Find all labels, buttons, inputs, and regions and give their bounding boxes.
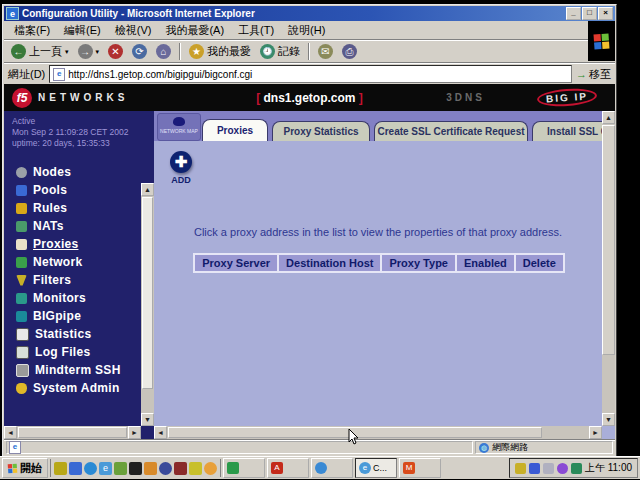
scrollbar-thumb[interactable] (142, 197, 153, 389)
quick-launch-icon[interactable] (204, 462, 217, 475)
tray-icon[interactable] (557, 463, 568, 474)
menu-edit[interactable]: 編輯(E) (58, 22, 107, 39)
scrollbar-thumb[interactable] (18, 427, 127, 438)
sidebar-item-statistics[interactable]: Statistics (4, 325, 154, 343)
product-3dns-link[interactable]: 3DNS (446, 92, 485, 103)
close-button[interactable]: × (598, 7, 613, 20)
scroll-up-icon[interactable]: ▲ (141, 183, 154, 196)
stop-button[interactable]: ✕ (105, 43, 126, 60)
sidebar-item-mindterm-ssh[interactable]: Mindterm SSH (4, 361, 154, 379)
quick-launch-icon[interactable] (54, 462, 67, 475)
column-header-delete[interactable]: Delete (514, 253, 565, 273)
taskbar-app-button[interactable] (311, 458, 353, 478)
scroll-up-icon[interactable]: ▲ (602, 111, 615, 124)
print-button[interactable]: ⎙ (339, 43, 360, 60)
start-button[interactable]: 開始 (2, 458, 48, 478)
address-label: 網址(D) (8, 67, 45, 82)
forward-button[interactable]: → ▾ (75, 43, 103, 60)
scroll-left-icon[interactable]: ◄ (154, 426, 167, 439)
back-button[interactable]: ← 上一頁 ▾ (8, 43, 72, 60)
add-proxy-control[interactable]: ✚ ADD (170, 151, 192, 185)
quick-launch-icon[interactable] (159, 462, 172, 475)
quick-launch-icon[interactable] (174, 462, 187, 475)
column-header-enabled[interactable]: Enabled (455, 253, 516, 273)
sidebar-item-filters[interactable]: Filters (4, 271, 154, 289)
main-vertical-scrollbar[interactable]: ▲ ▼ (602, 111, 615, 426)
scroll-right-icon[interactable]: ► (128, 426, 141, 439)
sidebar-horizontal-scrollbar[interactable]: ◄ ► (4, 426, 141, 439)
back-dropdown-icon[interactable]: ▾ (65, 48, 69, 56)
taskbar-app-button-active[interactable]: e C... (355, 458, 397, 478)
tray-icon[interactable] (543, 463, 554, 474)
menu-tools[interactable]: 工具(T) (232, 22, 280, 39)
add-icon[interactable]: ✚ (170, 151, 192, 173)
navigation-sidebar: Active Mon Sep 2 11:09:28 CET 2002 uptim… (4, 111, 154, 439)
quick-launch-bar: e (50, 459, 221, 477)
sidebar-item-system-admin[interactable]: System Admin (4, 379, 154, 397)
quick-launch-icon[interactable] (69, 462, 82, 475)
quick-launch-icon[interactable] (144, 462, 157, 475)
home-button[interactable]: ⌂ (153, 43, 174, 60)
address-bar: 網址(D) e → 移至 (4, 62, 615, 85)
menu-view[interactable]: 檢視(V) (109, 22, 158, 39)
sidebar-item-monitors[interactable]: Monitors (4, 289, 154, 307)
sidebar-item-pools[interactable]: Pools (4, 181, 154, 199)
menu-favorites[interactable]: 我的最愛(A) (159, 22, 230, 39)
menu-file[interactable]: 檔案(F) (8, 22, 56, 39)
sidebar-item-proxies[interactable]: Proxies (4, 235, 154, 253)
refresh-button[interactable]: ⟳ (129, 43, 150, 60)
title-bar[interactable]: e Configuration Utility - Microsoft Inte… (4, 6, 615, 21)
tab-proxies[interactable]: Proxies (202, 119, 268, 141)
mail-button[interactable]: ✉ (315, 43, 336, 60)
tray-icon[interactable] (529, 463, 540, 474)
bracket-right: ] (359, 91, 363, 105)
sidebar-item-label: Filters (33, 273, 71, 287)
sidebar-item-network[interactable]: Network (4, 253, 154, 271)
quick-launch-icon[interactable] (84, 462, 97, 475)
quick-launch-icon[interactable] (114, 462, 127, 475)
tab-label: Proxies (217, 125, 253, 136)
sidebar-vertical-scrollbar[interactable]: ▲ ▼ (141, 183, 154, 426)
network-map-button[interactable]: NETWORK MAP (157, 113, 201, 141)
address-input[interactable] (68, 69, 568, 80)
ie-app-icon: e (359, 462, 371, 474)
scroll-right-icon[interactable]: ► (589, 426, 602, 439)
menu-bar: 檔案(F) 編輯(E) 檢視(V) 我的最愛(A) 工具(T) 說明(H) (4, 21, 588, 40)
tray-icon[interactable] (571, 463, 582, 474)
taskbar-app-button[interactable]: M (399, 458, 441, 478)
sidebar-item-label: Statistics (35, 327, 91, 341)
sidebar-item-nodes[interactable]: Nodes (4, 163, 154, 181)
tab-proxy-statistics[interactable]: Proxy Statistics (272, 121, 370, 141)
scrollbar-thumb[interactable] (602, 125, 615, 355)
favorites-button[interactable]: ★ 我的最愛 (186, 43, 254, 60)
sidebar-item-nats[interactable]: NATs (4, 217, 154, 235)
maximize-button[interactable]: □ (582, 7, 597, 20)
main-horizontal-scrollbar[interactable]: ◄ ► (154, 426, 602, 439)
go-button[interactable]: → 移至 (576, 67, 611, 82)
history-button[interactable]: 🕘 記錄 (257, 43, 303, 60)
column-header-proxy-type[interactable]: Proxy Type (380, 253, 457, 273)
sidebar-item-bigpipe[interactable]: BIGpipe (4, 307, 154, 325)
taskbar-clock[interactable]: 上午 11:00 (585, 461, 632, 475)
menu-help[interactable]: 說明(H) (282, 22, 331, 39)
quick-launch-icon[interactable] (189, 462, 202, 475)
start-label: 開始 (20, 461, 42, 476)
tab-create-ssl-certificate-request[interactable]: Create SSL Certificate Request (374, 121, 528, 141)
tray-icon[interactable] (515, 463, 526, 474)
scroll-down-icon[interactable]: ▼ (602, 413, 615, 426)
minimize-button[interactable]: _ (566, 7, 581, 20)
scroll-left-icon[interactable]: ◄ (4, 426, 17, 439)
quick-launch-icon[interactable]: e (99, 462, 112, 475)
forward-dropdown-icon[interactable]: ▾ (96, 48, 100, 56)
taskbar-app-button[interactable]: A (267, 458, 309, 478)
quick-launch-icon[interactable] (129, 462, 142, 475)
sidebar-item-label: Proxies (33, 237, 78, 251)
scroll-down-icon[interactable]: ▼ (141, 413, 154, 426)
column-header-destination-host[interactable]: Destination Host (277, 253, 382, 273)
sidebar-item-label: Network (33, 255, 82, 269)
address-field[interactable]: e (49, 65, 572, 83)
sidebar-item-rules[interactable]: Rules (4, 199, 154, 217)
column-header-proxy-server[interactable]: Proxy Server (193, 253, 279, 273)
sidebar-item-log-files[interactable]: Log Files (4, 343, 154, 361)
taskbar-app-button[interactable] (223, 458, 265, 478)
